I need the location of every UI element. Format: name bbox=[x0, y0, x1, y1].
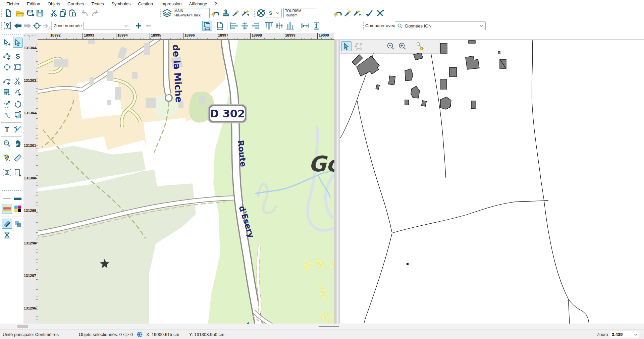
cmyk-colors[interactable] bbox=[13, 204, 23, 214]
nav-back-button[interactable] bbox=[13, 21, 23, 31]
line-style-thin[interactable] bbox=[2, 194, 12, 204]
draw-ellipse-tool[interactable] bbox=[2, 62, 12, 72]
scale-object-tool[interactable] bbox=[2, 99, 12, 109]
select-new-tourism-button[interactable] bbox=[343, 8, 353, 18]
redo-button[interactable] bbox=[90, 8, 100, 18]
align-top-button[interactable] bbox=[264, 21, 274, 31]
select-add-object-button[interactable] bbox=[240, 8, 251, 18]
menu-objets[interactable]: Objets bbox=[44, 1, 64, 7]
menu-gestion[interactable]: Gestion bbox=[134, 1, 157, 7]
menu-impression[interactable]: Impression bbox=[157, 1, 185, 7]
compare-import-shape-tool[interactable] bbox=[353, 41, 363, 51]
compare-search-settings-button[interactable] bbox=[415, 41, 425, 51]
map-canvas[interactable]: de la Miche D 302 Route d'Esery y Go bbox=[38, 40, 334, 324]
align-right-button[interactable] bbox=[251, 21, 261, 31]
cut-object-tool[interactable] bbox=[13, 76, 23, 86]
tools-settings-button[interactable] bbox=[375, 8, 385, 18]
window-resize-grip[interactable] bbox=[639, 333, 643, 338]
toolbar-grip[interactable] bbox=[254, 9, 255, 18]
draw-rectangle-tool[interactable] bbox=[13, 62, 23, 72]
draw-bezier-tool[interactable] bbox=[2, 51, 12, 61]
fill-area-tool[interactable] bbox=[2, 87, 12, 97]
nav-forward-button[interactable] bbox=[22, 21, 33, 31]
menu-fichier[interactable]: Fichier bbox=[3, 1, 23, 7]
zoom-out-tool[interactable] bbox=[2, 138, 12, 149]
menu-symboles[interactable]: Symboles bbox=[108, 1, 134, 7]
distribute-horizontal-button[interactable] bbox=[300, 21, 310, 31]
save-button[interactable] bbox=[35, 8, 45, 18]
goto-coordinates-button[interactable]: xy bbox=[41, 21, 51, 31]
undo-button[interactable] bbox=[80, 8, 90, 18]
align-left-button[interactable] bbox=[229, 21, 239, 31]
line-style-thick[interactable] bbox=[13, 194, 23, 204]
compare-select[interactable]: Données IGN bbox=[395, 21, 486, 30]
cut-button[interactable] bbox=[49, 8, 59, 18]
object-numbering-tool[interactable]: 2 bbox=[2, 168, 12, 178]
toolbar-grip[interactable] bbox=[1, 21, 2, 30]
menu-help[interactable]: ? bbox=[211, 1, 221, 7]
draw-symbol-tool[interactable]: S bbox=[13, 51, 23, 61]
text-tool[interactable]: T bbox=[2, 124, 12, 134]
distribute-vertical-button[interactable] bbox=[311, 21, 321, 31]
active-layer-main-box[interactable]: MAIN HIGHWAY/Track bbox=[173, 8, 210, 18]
menu-courbes[interactable]: Courbes bbox=[64, 1, 88, 7]
compare-zoom-in-button[interactable] bbox=[397, 41, 408, 51]
hourglass-wait-tool[interactable] bbox=[2, 230, 12, 240]
mirror-object-tool[interactable] bbox=[2, 110, 12, 120]
road-symbol-style[interactable] bbox=[2, 204, 12, 214]
text-along-line-tool[interactable]: T bbox=[13, 124, 23, 134]
coordinates-pin-tool[interactable]: YX bbox=[2, 153, 12, 163]
transparency-style[interactable] bbox=[13, 219, 23, 229]
toolbar-grip[interactable] bbox=[1, 9, 2, 18]
zone-add-button[interactable] bbox=[133, 21, 144, 31]
panel-splitter[interactable] bbox=[334, 40, 340, 324]
new-frame-tool[interactable] bbox=[13, 168, 23, 178]
hatching-style[interactable] bbox=[2, 219, 12, 229]
edit-style-button[interactable] bbox=[365, 8, 375, 18]
active-layer-tourism-box[interactable]: TOURISM Tourism bbox=[283, 8, 316, 18]
compare-zoom-out-button[interactable] bbox=[386, 41, 396, 51]
align-center-button[interactable] bbox=[240, 21, 250, 31]
pan-tool[interactable] bbox=[13, 138, 23, 149]
center-view-button[interactable] bbox=[32, 21, 42, 31]
symbol-sync-off-button[interactable] bbox=[256, 8, 266, 18]
horizontal-scrollbar-thumb[interactable] bbox=[319, 326, 339, 327]
paste-button[interactable] bbox=[68, 8, 78, 18]
fit-objects-button[interactable] bbox=[202, 21, 212, 31]
layers-button[interactable] bbox=[162, 8, 172, 18]
sidebar-grip[interactable] bbox=[1, 34, 21, 35]
open-file-button[interactable] bbox=[15, 8, 25, 18]
align-middle-button[interactable] bbox=[274, 21, 284, 31]
import-database-button[interactable] bbox=[25, 8, 36, 18]
measure-tool[interactable] bbox=[13, 153, 23, 163]
select-add-tourism-button[interactable] bbox=[352, 8, 362, 18]
copy-button[interactable] bbox=[58, 8, 68, 18]
fit-page-button[interactable] bbox=[215, 21, 225, 31]
symbol-type-select[interactable]: S bbox=[266, 9, 282, 17]
stamp-object-button[interactable] bbox=[221, 8, 231, 18]
new-document-button[interactable] bbox=[3, 8, 13, 18]
create-curve-button[interactable] bbox=[211, 8, 221, 18]
scrollbar-stub[interactable] bbox=[17, 325, 28, 328]
select-tool[interactable] bbox=[13, 38, 23, 48]
menu-edition[interactable]: Edition bbox=[23, 1, 44, 7]
rotate-object-tool[interactable] bbox=[13, 99, 23, 109]
select-add-tool[interactable] bbox=[2, 38, 12, 48]
map-overview-button[interactable] bbox=[2, 21, 12, 31]
add-node-tool[interactable] bbox=[13, 87, 23, 97]
zoom-select[interactable]: 3.439 bbox=[610, 331, 639, 338]
menu-textes[interactable]: Textes bbox=[88, 1, 108, 7]
compare-select-tool[interactable] bbox=[341, 41, 352, 51]
select-new-object-button[interactable] bbox=[231, 8, 241, 18]
align-bottom-button[interactable] bbox=[285, 21, 295, 31]
zone-select[interactable] bbox=[83, 22, 130, 30]
toolbar-grip[interactable] bbox=[363, 21, 364, 30]
duplicate-object-tool[interactable] bbox=[13, 110, 23, 120]
sidebar-grip[interactable] bbox=[1, 190, 21, 191]
menu-affichage[interactable]: Affichage bbox=[185, 1, 211, 7]
create-curve-tourism-button[interactable] bbox=[333, 8, 343, 18]
edit-nodes-tool[interactable] bbox=[2, 76, 12, 86]
comparison-canvas[interactable] bbox=[340, 40, 644, 324]
zone-remove-button[interactable] bbox=[144, 21, 154, 31]
toolbar-grip[interactable] bbox=[160, 9, 161, 18]
